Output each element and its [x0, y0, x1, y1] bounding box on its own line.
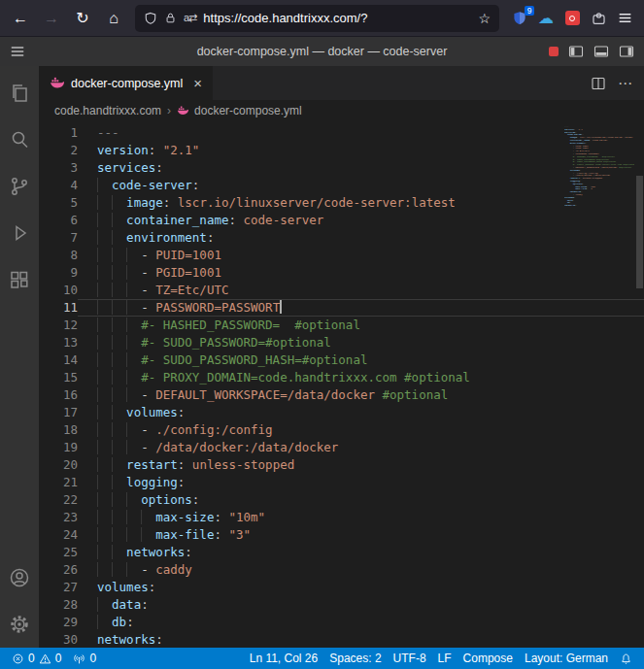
shield-extension-icon[interactable]: 9	[511, 10, 528, 27]
bookmark-star-icon[interactable]: ☆	[478, 11, 491, 26]
code-line[interactable]: 24 max-file: "3"	[39, 526, 644, 544]
line-number[interactable]: 10	[39, 282, 78, 299]
line-number[interactable]: 17	[39, 404, 78, 421]
line-content[interactable]: db:	[78, 614, 644, 631]
code-line[interactable]: 30networks:	[39, 631, 644, 648]
toggle-sidebar-icon[interactable]	[568, 44, 584, 59]
line-content[interactable]: ---	[78, 124, 644, 142]
line-content[interactable]: - PGID=1001	[78, 264, 644, 282]
settings-gear-icon[interactable]	[0, 601, 39, 648]
code-line[interactable]: 8 - PUID=1001	[39, 247, 644, 264]
line-number[interactable]: 11	[39, 299, 78, 317]
url-text[interactable]: https://code.handtrixxx.com/?	[203, 11, 471, 25]
code-line[interactable]: 16 - DEFAULT_WORKSPACE=/data/docker #opt…	[39, 386, 644, 404]
code-line[interactable]: 23 max-size: "10m"	[39, 509, 644, 526]
line-content[interactable]: #- PROXY_DOMAIN=code.handtrixxx.com #opt…	[78, 369, 644, 386]
extensions-puzzle-icon[interactable]	[590, 10, 607, 27]
line-content[interactable]: - TZ=Etc/UTC	[78, 282, 644, 299]
line-number[interactable]: 4	[39, 177, 78, 194]
line-content[interactable]: networks:	[78, 631, 644, 648]
line-number[interactable]: 2	[39, 142, 78, 159]
code-line[interactable]: 11 - PASSWORD=PASSWORT	[39, 299, 644, 317]
line-content[interactable]: container_name: code-server	[78, 212, 644, 229]
ports-indicator[interactable]: 0	[67, 648, 102, 669]
line-content[interactable]: data:	[78, 596, 644, 614]
toggle-secondary-sidebar-icon[interactable]	[619, 44, 634, 59]
code-line[interactable]: 27volumes:	[39, 579, 644, 596]
code-editor[interactable]: 1---2version: "2.1"3services:4 code-serv…	[39, 121, 644, 648]
app-menu-icon[interactable]	[616, 10, 633, 27]
line-number[interactable]: 7	[39, 229, 78, 247]
tab-close-icon[interactable]: ×	[193, 76, 202, 90]
explorer-icon[interactable]	[0, 70, 39, 117]
cursor-position[interactable]: Ln 11, Col 26	[244, 648, 324, 669]
line-content[interactable]: max-size: "10m"	[78, 509, 644, 526]
line-content[interactable]: logging:	[78, 474, 644, 491]
code-line[interactable]: 5 image: lscr.io/linuxserver/code-server…	[39, 194, 644, 212]
line-number[interactable]: 29	[39, 614, 78, 631]
line-number[interactable]: 24	[39, 526, 78, 544]
line-content[interactable]: #- SUDO_PASSWORD=#optional	[78, 334, 644, 351]
line-number[interactable]: 22	[39, 491, 78, 509]
reload-button[interactable]: ↻	[68, 5, 97, 32]
scrollbar-thumb[interactable]	[636, 176, 643, 288]
line-content[interactable]: volumes:	[78, 579, 644, 596]
breadcrumb-file[interactable]: docker-compose.yml	[194, 104, 302, 117]
more-actions-icon[interactable]: ⋯	[618, 75, 632, 92]
tracking-protection-shield-icon[interactable]	[144, 12, 157, 25]
breadcrumb-site[interactable]: code.handtrixxx.com	[54, 104, 161, 117]
eol-indicator[interactable]: LF	[432, 648, 458, 669]
line-number[interactable]: 9	[39, 264, 78, 282]
line-number[interactable]: 28	[39, 596, 78, 614]
language-mode[interactable]: Compose	[458, 648, 519, 669]
code-line[interactable]: 20 restart: unless-stopped	[39, 456, 644, 474]
line-content[interactable]: restart: unless-stopped	[78, 456, 644, 474]
code-line[interactable]: 12 #- HASHED_PASSWORD= #optional	[39, 317, 644, 334]
code-line[interactable]: 18 - ./config:/config	[39, 421, 644, 439]
line-number[interactable]: 12	[39, 317, 78, 334]
extensions-icon[interactable]	[0, 256, 39, 303]
cloud-extension-icon[interactable]: ☁	[537, 10, 555, 27]
line-number[interactable]: 30	[39, 631, 78, 648]
code-line[interactable]: 3services:	[39, 159, 644, 177]
code-line[interactable]: 10 - TZ=Etc/UTC	[39, 282, 644, 299]
account-icon[interactable]	[0, 554, 39, 601]
line-content[interactable]: #- HASHED_PASSWORD= #optional	[78, 317, 644, 334]
line-number[interactable]: 19	[39, 439, 78, 456]
minimap[interactable]: ---version: "2.1"services: code-server: …	[564, 126, 634, 208]
keyboard-layout[interactable]: Layout: German	[519, 648, 614, 669]
line-number[interactable]: 20	[39, 456, 78, 474]
line-number[interactable]: 5	[39, 194, 78, 212]
back-button[interactable]: ←	[6, 5, 35, 32]
code-line[interactable]: 4 code-server:	[39, 177, 644, 194]
line-number[interactable]: 1	[39, 124, 78, 142]
line-number[interactable]: 26	[39, 561, 78, 579]
red-extension-icon[interactable]	[563, 10, 581, 27]
line-number[interactable]: 27	[39, 579, 78, 596]
indentation-indicator[interactable]: Spaces: 2	[323, 648, 387, 669]
run-debug-icon[interactable]	[0, 210, 39, 256]
line-content[interactable]: environment:	[78, 229, 644, 247]
line-number[interactable]: 3	[39, 159, 78, 177]
code-line[interactable]: 21 logging:	[39, 474, 644, 491]
home-button[interactable]: ⌂	[99, 5, 128, 32]
code-line[interactable]: 1---	[39, 124, 644, 142]
line-content[interactable]: - ./config:/config	[78, 421, 644, 439]
line-content[interactable]: options:	[78, 491, 644, 509]
application-menu-icon[interactable]	[10, 44, 25, 59]
code-line[interactable]: 26 - caddy	[39, 561, 644, 579]
line-number[interactable]: 23	[39, 509, 78, 526]
line-number[interactable]: 6	[39, 212, 78, 229]
line-number[interactable]: 18	[39, 421, 78, 439]
encoding-indicator[interactable]: UTF-8	[388, 648, 432, 669]
code-line[interactable]: 22 options:	[39, 491, 644, 509]
code-line[interactable]: 29 db:	[39, 614, 644, 631]
source-control-icon[interactable]	[0, 163, 39, 210]
line-content[interactable]: services:	[78, 159, 644, 177]
split-editor-icon[interactable]	[591, 76, 606, 91]
line-content[interactable]: - /data/docker:/data/docker	[78, 439, 644, 456]
tab-docker-compose[interactable]: docker-compose.yml ×	[39, 66, 213, 100]
line-number[interactable]: 15	[39, 369, 78, 386]
toggle-panel-icon[interactable]	[593, 44, 609, 59]
line-content[interactable]: code-server:	[78, 177, 644, 194]
